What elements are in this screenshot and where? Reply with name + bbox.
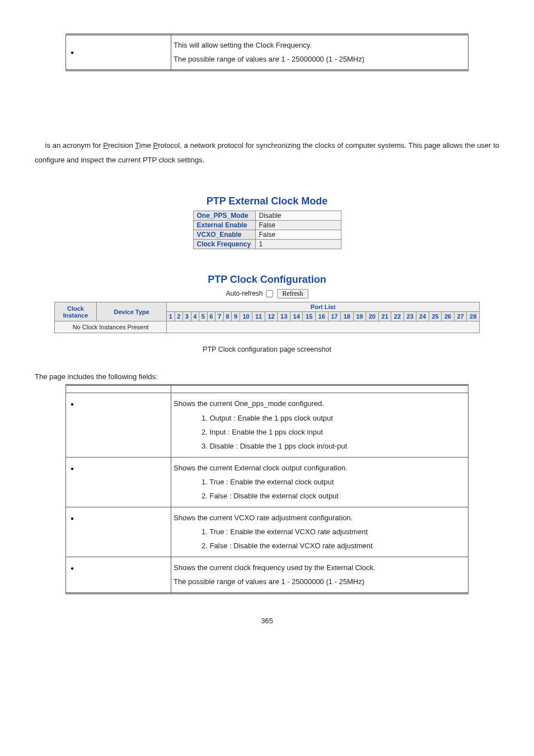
- row-one-pps-mode-value: Disable: [255, 211, 341, 221]
- no-clock-instances-cell: No Clock Instances Present: [55, 321, 167, 333]
- port-header-24: 24: [416, 312, 429, 321]
- port-header-2: 2: [175, 312, 183, 321]
- row-clock-frequency-label: Clock Frequency: [193, 240, 255, 249]
- port-header-10: 10: [240, 312, 252, 321]
- header-port-list: Port List: [167, 302, 480, 312]
- row-external-enable-value: False: [255, 221, 341, 230]
- bullet-icon: ●: [71, 515, 74, 521]
- port-header-4: 4: [191, 312, 199, 321]
- fields-row-line: Shows the current External clock output …: [174, 464, 348, 472]
- external-clock-mode-title: PTP External Clock Mode: [35, 195, 499, 207]
- port-header-26: 26: [442, 312, 455, 321]
- fields-row-line: The possible range of values are 1 - 250…: [174, 577, 364, 586]
- top-table-object-cell: ●: [66, 35, 171, 71]
- header-device-type: Device Type: [97, 302, 167, 321]
- port-header-21: 21: [378, 312, 391, 321]
- port-header-13: 13: [278, 312, 291, 321]
- port-header-3: 3: [183, 312, 191, 321]
- fields-row-description: Shows the current External clock output …: [171, 457, 469, 507]
- port-header-25: 25: [429, 312, 442, 321]
- port-header-16: 16: [315, 312, 328, 321]
- fields-row-object: ●: [66, 457, 171, 507]
- fields-row-description: Shows the current clock frequency used b…: [171, 557, 469, 593]
- fields-row-line: Shows the current One_pps_mode configure…: [174, 399, 324, 408]
- bullet-icon: ●: [71, 565, 74, 571]
- fields-row-object: ●: [66, 393, 171, 457]
- port-header-23: 23: [404, 312, 416, 321]
- port-header-17: 17: [328, 312, 341, 321]
- fields-header-description: [171, 385, 469, 393]
- port-header-14: 14: [290, 312, 303, 321]
- external-clock-mode-table: One_PPS_Mode Disable External Enable Fal…: [193, 211, 341, 249]
- header-clock-instance: Clock Instance: [55, 302, 97, 321]
- refresh-button[interactable]: Refresh: [277, 289, 308, 298]
- row-vcxo-enable-value: False: [255, 230, 341, 240]
- port-header-19: 19: [353, 312, 366, 321]
- bullet-icon: ●: [71, 401, 74, 407]
- p-underline: P: [103, 141, 108, 150]
- t-rest: ime: [139, 141, 153, 150]
- bullet-icon: ●: [71, 49, 74, 55]
- fields-row-line: 1. True : Enable the external clock outp…: [174, 475, 466, 489]
- fields-row-line: Shows the current clock frequency used b…: [174, 563, 376, 572]
- fields-row-object: ●: [66, 557, 171, 593]
- fields-header-object: [66, 385, 171, 393]
- fields-row-description: Shows the current VCXO rate adjustment c…: [171, 507, 469, 557]
- clock-configuration-title: PTP Clock Configuration: [35, 274, 499, 286]
- top-desc-line1: This will allow setting the Clock Freque…: [174, 41, 312, 49]
- port-header-20: 20: [366, 312, 379, 321]
- top-table-description-cell: This will allow setting the Clock Freque…: [171, 35, 469, 71]
- no-clock-instances-empty: [167, 321, 480, 333]
- port-header-12: 12: [265, 312, 278, 321]
- auto-refresh-label: Auto-refresh: [226, 290, 263, 297]
- port-header-22: 22: [391, 312, 404, 321]
- fields-row-object: ●: [66, 507, 171, 557]
- port-header-18: 18: [341, 312, 354, 321]
- intro-paragraph: is an acronym for Precision Time Protoco…: [35, 138, 499, 167]
- controls-row: Auto-refresh Refresh: [35, 289, 499, 298]
- row-clock-frequency-value: 1: [255, 240, 341, 249]
- row-external-enable-label: External Enable: [193, 221, 255, 230]
- port-header-28: 28: [467, 312, 480, 321]
- ptp-external-clock-mode-box: PTP External Clock Mode One_PPS_Mode Dis…: [35, 195, 499, 249]
- fields-row-line: Shows the current VCXO rate adjustment c…: [174, 514, 353, 522]
- row-vcxo-enable-label: VCXO_Enable: [193, 230, 255, 240]
- port-header-8: 8: [223, 312, 232, 321]
- fields-row-line: 1. Output : Enable the 1 pps clock outpu…: [174, 411, 466, 425]
- port-header-11: 11: [252, 312, 265, 321]
- p2-underline: P: [153, 141, 158, 150]
- port-header-15: 15: [303, 312, 316, 321]
- port-header-5: 5: [199, 312, 208, 321]
- fields-table: ●Shows the current One_pps_mode configur…: [65, 384, 469, 594]
- auto-refresh-checkbox[interactable]: [266, 290, 273, 297]
- port-header-6: 6: [207, 312, 216, 321]
- fields-row-line: 1. True : Enable the external VCXO rate …: [174, 525, 466, 539]
- row-one-pps-mode-label: One_PPS_Mode: [193, 211, 255, 221]
- port-header-1: 1: [167, 312, 175, 321]
- bullet-icon: ●: [71, 465, 74, 472]
- page-includes-text: The page includes the following fields:: [35, 372, 499, 381]
- page-number: 365: [35, 617, 499, 625]
- t-underline: T: [135, 141, 139, 150]
- port-header-9: 9: [232, 312, 240, 321]
- screenshot-caption: PTP Clock configuration page screenshot: [35, 346, 499, 353]
- ptp-clock-configuration-box: PTP Clock Configuration Auto-refresh Ref…: [35, 274, 499, 333]
- fields-row-line: 2. False : Disable the external clock ou…: [174, 489, 466, 503]
- port-header-7: 7: [216, 312, 224, 321]
- fields-row-line: 2. Input : Enable the 1 pps clock input: [174, 425, 466, 439]
- fields-row-description: Shows the current One_pps_mode configure…: [171, 393, 469, 457]
- port-header-27: 27: [454, 312, 467, 321]
- clock-frequency-continuation-table: ● This will allow setting the Clock Freq…: [65, 34, 469, 71]
- top-desc-line2: The possible range of values are 1 - 250…: [174, 55, 364, 63]
- intro-prefix: is an acronym for: [43, 141, 103, 150]
- fields-row-line: 2. False : Disable the external VCXO rat…: [174, 539, 466, 553]
- fields-row-line: 3. Disable : Disable the 1 pps clock in/…: [174, 439, 466, 453]
- clock-config-table: Clock Instance Device Type Port List 123…: [54, 302, 480, 333]
- p-rest: recision: [108, 141, 135, 150]
